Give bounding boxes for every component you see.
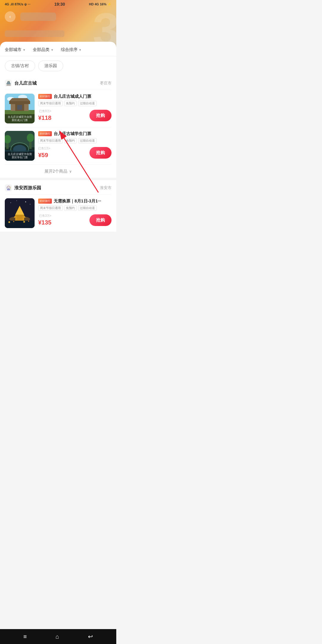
tag-no-reservation-h: 免预约 — [64, 205, 77, 211]
header-top: ‹ — [0, 11, 116, 22]
filter-city[interactable]: 全部城市 ▼ — [5, 47, 26, 52]
status-time: 19:30 — [54, 2, 65, 7]
product-adult-price-block: 已售9万+ ¥118 — [38, 109, 52, 121]
product-student-info: 好好旅行 台儿庄古城学生门票 周末节假日通用 免预约 过期自动退 已售1万+ ¥… — [38, 131, 112, 161]
svg-point-22 — [30, 204, 30, 205]
header-title-placeholder — [20, 13, 56, 21]
svg-rect-8 — [17, 105, 22, 110]
filter-category[interactable]: 全部品类 ▼ — [33, 47, 54, 52]
tag-weekend-h: 周末节假日通用 — [38, 205, 63, 211]
status-left: 4G .ill 87K/s ψ ··· — [5, 2, 30, 6]
venue-huaian-label: 淮安西游乐园 — [14, 185, 41, 191]
venue-huaian-name: 🎡 淮安西游乐园 — [5, 184, 41, 191]
product-student-price-block: 已售1万+ ¥59 — [38, 146, 50, 159]
product-huaian-bottom: 已售3万+ ¥135 抢购 — [38, 214, 112, 226]
product-adult-bottom: 已售9万+ ¥118 抢购 — [38, 109, 112, 121]
expand-arrow-icon: ∨ — [69, 169, 72, 174]
venue-huaian-icon: 🎡 — [5, 184, 12, 191]
tag-auto-refund-s: 过期自动退 — [78, 138, 97, 143]
venue-huaian-city: 淮安市 — [100, 185, 112, 191]
product-huaian-buy-button[interactable]: 抢购 — [89, 214, 112, 226]
status-bar: 4G .ill 87K/s ψ ··· 19:30 HD 4G 16% ⚡ — [0, 0, 116, 8]
header-subtitle-placeholder — [5, 30, 64, 37]
product-huaian-price-block: 已售3万+ ¥135 — [38, 214, 52, 226]
main-card: 全部城市 ▼ 全部品类 ▼ 综合排序 ▼ 古镇/古村 游乐园 🏯 台儿庄古城 — [0, 42, 116, 232]
product-adult-title: 台儿庄古城成人门票 — [54, 94, 91, 99]
back-button[interactable]: ‹ — [5, 11, 16, 22]
tag-no-reservation: 免预约 — [64, 101, 77, 106]
product-adult-image: 台儿庄古城官方自营 景区成人门票 — [5, 94, 35, 123]
product-adult-buy-button[interactable]: 抢购 — [89, 110, 112, 121]
filter-bar: 全部城市 ▼ 全部品类 ▼ 综合排序 ▼ — [0, 42, 116, 56]
tag-auto-refund-h: 过期自动退 — [78, 205, 97, 211]
tag-weekend: 周末节假日通用 — [38, 101, 63, 106]
status-right: HD 4G 16% ⚡ — [89, 2, 112, 6]
product-student-price: ¥59 — [38, 152, 50, 159]
svg-point-32 — [28, 221, 29, 222]
product-huaian-title: 无需换票｜8月1日-3月1··· — [54, 198, 101, 204]
tab-amusement-park[interactable]: 游乐园 — [38, 61, 63, 71]
product-huaian-title-row: 好好旅行 无需换票｜8月1日-3月1··· — [38, 198, 112, 204]
product-student-title-row: 好好旅行 台儿庄古城学生门票 — [38, 131, 112, 136]
tag-weekend-s: 周末节假日通用 — [38, 138, 63, 143]
filter-sort-arrow: ▼ — [79, 48, 82, 52]
category-tabs: 古镇/古村 游乐园 — [0, 56, 116, 75]
brand-badge-adult: 好好旅行 — [38, 94, 52, 99]
filter-sort-label: 综合排序 — [61, 47, 78, 52]
svg-point-31 — [23, 221, 25, 223]
product-student-ticket: 台儿庄古城官方自营 景区学生门票 好好旅行 台儿庄古城学生门票 周末节假日通用 … — [5, 127, 112, 164]
product-adult-tags: 周末节假日通用 免预约 过期自动退 — [38, 101, 112, 106]
product-student-title: 台儿庄古城学生门票 — [54, 131, 91, 136]
svg-point-21 — [25, 202, 26, 202]
product-adult-ticket: 台儿庄古城官方自营 景区成人门票 好好旅行 台儿庄古城成人门票 周末节假日通用 … — [5, 90, 112, 127]
filter-sort[interactable]: 综合排序 ▼ — [61, 47, 82, 52]
venue-taierzhuang-header: 🏯 台儿庄古城 枣庄市 — [5, 75, 112, 90]
filter-category-label: 全部品类 — [33, 47, 49, 52]
product-huaian-ticket: 好好旅行 无需换票｜8月1日-3月1··· 周末节假日通用 免预约 过期自动退 … — [5, 194, 112, 232]
filter-city-arrow: ▼ — [23, 48, 26, 52]
tab-ancient-town[interactable]: 古镇/古村 — [5, 61, 35, 71]
filter-city-label: 全部城市 — [5, 47, 21, 52]
product-huaian-tags: 周末节假日通用 免预约 过期自动退 — [38, 205, 112, 211]
venue-taierzhuang: 🏯 台儿庄古城 枣庄市 — [0, 75, 116, 177]
venue-taierzhuang-icon: 🏯 — [5, 80, 12, 87]
svg-point-19 — [10, 202, 11, 203]
svg-point-29 — [8, 221, 10, 223]
product-adult-info: 好好旅行 台儿庄古城成人门票 周末节假日通用 免预约 过期自动退 已售9万+ ¥… — [38, 94, 112, 123]
product-adult-title-row: 好好旅行 台儿庄古城成人门票 — [38, 94, 112, 99]
product-adult-img-label: 台儿庄古城官方自营 景区成人门票 — [5, 114, 35, 123]
product-adult-price: ¥118 — [38, 114, 52, 121]
venue-huaian-header: 🎡 淮安西游乐园 淮安市 — [5, 180, 112, 194]
svg-point-17 — [27, 134, 34, 142]
product-huaian-sold: 已售3万+ — [38, 214, 52, 218]
expand-products-row[interactable]: 展开2个商品 ∨ — [5, 164, 112, 177]
product-adult-sold: 已售9万+ — [38, 109, 52, 113]
brand-badge-student: 好好旅行 — [38, 131, 52, 136]
product-student-image: 台儿庄古城官方自营 景区学生门票 — [5, 131, 35, 161]
venue-taierzhuang-name: 🏯 台儿庄古城 — [5, 80, 37, 87]
product-student-sold: 已售1万+ — [38, 146, 50, 151]
product-student-img-label: 台儿庄古城官方自营 景区学生门票 — [5, 151, 35, 161]
tag-auto-refund: 过期自动退 — [78, 101, 97, 106]
product-huaian-info: 好好旅行 无需换票｜8月1日-3月1··· 周末节假日通用 免预约 过期自动退 … — [38, 198, 112, 228]
venue-taierzhuang-label: 台儿庄古城 — [14, 80, 37, 86]
expand-label: 展开2个商品 — [44, 169, 68, 174]
product-student-buy-button[interactable]: 抢购 — [89, 147, 112, 159]
svg-point-20 — [16, 200, 17, 201]
product-huaian-price: ¥135 — [38, 219, 52, 226]
svg-point-30 — [13, 221, 14, 222]
tag-no-reservation-s: 免预约 — [64, 138, 77, 143]
filter-category-arrow: ▼ — [51, 48, 54, 52]
svg-rect-5 — [9, 101, 30, 104]
product-student-bottom: 已售1万+ ¥59 抢购 — [38, 146, 112, 159]
product-huaian-image — [5, 198, 35, 228]
section-divider — [0, 178, 116, 180]
venue-taierzhuang-city: 枣庄市 — [100, 80, 112, 86]
product-student-tags: 周末节假日通用 免预约 过期自动退 — [38, 138, 112, 143]
venue-huaian: 🎡 淮安西游乐园 淮安市 — [0, 180, 116, 232]
svg-marker-6 — [9, 98, 30, 101]
brand-badge-huaian: 好好旅行 — [38, 199, 52, 204]
